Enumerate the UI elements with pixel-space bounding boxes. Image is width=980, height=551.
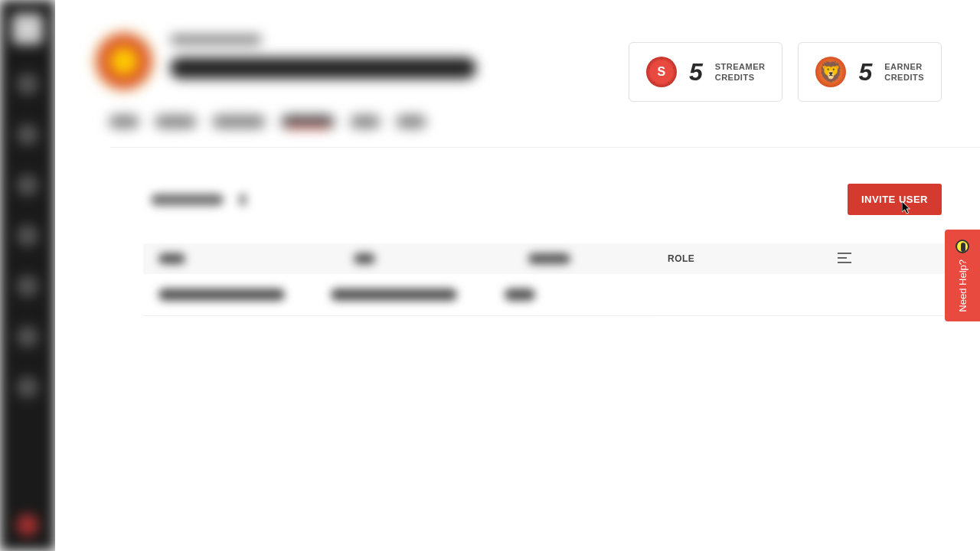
table-header-obscured (354, 253, 375, 264)
earner-credits-card[interactable]: 🦁 5 EARNER CREDITS (798, 42, 942, 102)
need-help-tab[interactable]: Need Help? (945, 230, 980, 321)
users-table (143, 243, 980, 316)
streamer-badge-icon: S (646, 57, 677, 87)
earner-badge-icon: 🦁 (815, 57, 846, 87)
tab-item-active[interactable] (281, 115, 335, 129)
profile-avatar[interactable] (93, 31, 155, 92)
table-cell-obscured (505, 289, 535, 301)
tab-item[interactable] (155, 115, 197, 129)
sidebar-nav-item[interactable] (17, 276, 38, 297)
page-title-obscured (170, 57, 476, 79)
table-header-row (143, 243, 980, 274)
sidebar-bottom-item[interactable] (17, 514, 38, 536)
help-label: Need Help? (957, 259, 969, 312)
sidebar-nav-item[interactable] (17, 225, 38, 246)
table-cell-obscured (331, 289, 457, 301)
earner-credit-value: 5 (858, 58, 872, 86)
main-content: S 5 STREAMER CREDITS 🦁 5 EARNER CREDITS … (55, 0, 980, 551)
sidebar (0, 0, 55, 551)
streamer-credit-label: STREAMER CREDITS (715, 61, 766, 83)
table-header-obscured (528, 253, 570, 264)
section-title-obscured (151, 194, 224, 206)
tabs-row (93, 115, 942, 129)
tab-item[interactable] (109, 115, 139, 129)
header-divider (110, 147, 980, 148)
sidebar-nav-item[interactable] (17, 326, 38, 347)
breadcrumb-obscured (170, 34, 262, 45)
table-cell-obscured (158, 289, 285, 301)
tab-item[interactable] (350, 115, 381, 129)
table-header-role: ROLE (668, 243, 694, 274)
cursor-icon (902, 201, 913, 215)
sidebar-nav-item[interactable] (17, 124, 38, 145)
earner-credit-label: EARNER CREDITS (884, 61, 924, 83)
credits-row: S 5 STREAMER CREDITS 🦁 5 EARNER CREDITS (629, 42, 942, 102)
sidebar-nav-item[interactable] (17, 73, 38, 95)
streamer-credits-card[interactable]: S 5 STREAMER CREDITS (629, 42, 783, 102)
table-header-obscured (158, 253, 185, 264)
sidebar-nav-item[interactable] (17, 174, 38, 196)
help-bee-icon (956, 240, 969, 253)
streamer-credit-value: 5 (689, 58, 703, 86)
list-icon[interactable] (836, 251, 853, 269)
sidebar-nav-item[interactable] (17, 377, 38, 398)
invite-user-button[interactable]: INVITE USER (848, 184, 942, 215)
section-count-obscured (239, 194, 247, 206)
section-header: INVITE USER (151, 184, 942, 215)
tab-item[interactable] (396, 115, 426, 129)
app-logo[interactable] (12, 14, 43, 44)
tab-item[interactable] (212, 115, 266, 129)
row-divider (655, 315, 980, 316)
table-row[interactable] (143, 274, 980, 316)
